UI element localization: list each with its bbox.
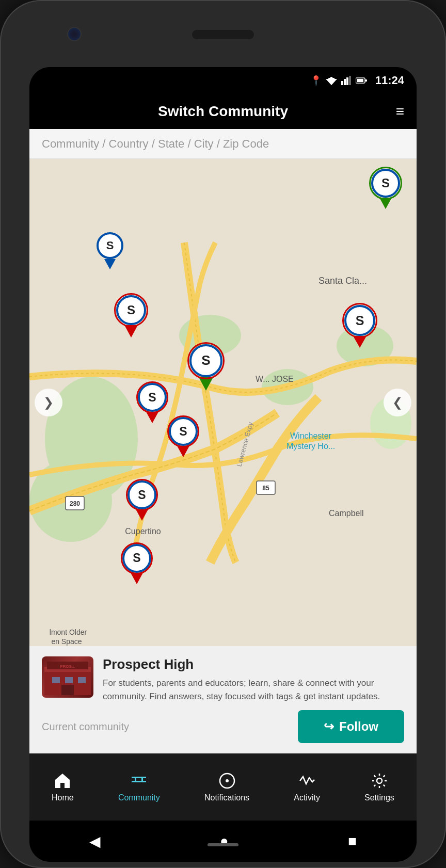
status-time: 11:24 bbox=[375, 74, 404, 87]
svg-text:en Space: en Space bbox=[51, 637, 82, 646]
svg-rect-6 bbox=[349, 76, 351, 85]
location-icon: 📍 bbox=[310, 75, 322, 86]
follow-label: Follow bbox=[339, 719, 378, 734]
community-card-top: PROS... Prospect High For students, pare… bbox=[42, 656, 404, 703]
nav-item-notifications[interactable]: Notifications bbox=[195, 766, 259, 808]
svg-text:85: 85 bbox=[262, 485, 269, 492]
svg-rect-40 bbox=[78, 677, 86, 683]
battery-icon bbox=[356, 77, 367, 84]
app-title: Switch Community bbox=[158, 103, 288, 120]
map-pin-1[interactable]: S bbox=[371, 169, 400, 209]
android-navigation: ◀ ● ■ bbox=[29, 821, 417, 862]
svg-text:Santa Cla...: Santa Cla... bbox=[318, 276, 367, 286]
map-background: Lawrence Expy 280 85 Cupertino Wincheste… bbox=[29, 159, 417, 646]
svg-text:W... JOSE: W... JOSE bbox=[256, 375, 294, 383]
activity-icon bbox=[298, 771, 316, 790]
map-container[interactable]: Lawrence Expy 280 85 Cupertino Wincheste… bbox=[29, 159, 417, 646]
svg-rect-41 bbox=[61, 685, 74, 695]
settings-icon bbox=[370, 771, 389, 790]
current-community-label: Current community bbox=[42, 721, 129, 733]
map-pin-4[interactable]: S bbox=[138, 383, 167, 423]
svg-point-47 bbox=[226, 779, 229, 782]
map-pin-5[interactable]: S bbox=[189, 344, 222, 391]
android-home-button[interactable]: ● bbox=[220, 833, 229, 849]
svg-text:280: 280 bbox=[70, 500, 80, 507]
map-pin-8[interactable]: S bbox=[128, 480, 156, 521]
community-name: Prospect High bbox=[103, 656, 404, 672]
map-pin-6[interactable]: S bbox=[344, 305, 375, 348]
nav-label-home: Home bbox=[52, 793, 74, 802]
svg-rect-39 bbox=[65, 677, 73, 683]
app-header: Switch Community ≡ bbox=[29, 94, 417, 129]
follow-icon: ↪ bbox=[324, 719, 334, 734]
community-thumbnail: PROS... bbox=[42, 656, 93, 698]
svg-rect-45 bbox=[141, 777, 143, 782]
svg-text:Cupertino: Cupertino bbox=[125, 527, 161, 536]
community-card: PROS... Prospect High For students, pare… bbox=[29, 646, 417, 753]
search-placeholder: Community / Country / State / City / Zip… bbox=[42, 137, 269, 151]
status-icons: 📍 11:24 bbox=[310, 74, 404, 87]
phone-speaker bbox=[192, 30, 254, 39]
svg-text:lmont Older: lmont Older bbox=[50, 628, 87, 636]
nav-item-community[interactable]: Community bbox=[109, 766, 169, 808]
follow-button[interactable]: ↪ Follow bbox=[298, 710, 404, 743]
status-bar: 📍 11:24 bbox=[29, 67, 417, 94]
menu-icon[interactable]: ≡ bbox=[396, 103, 404, 120]
home-icon bbox=[53, 771, 72, 790]
community-description: For students, parents and educators; lea… bbox=[103, 677, 404, 703]
community-icon bbox=[130, 771, 148, 790]
nav-item-settings[interactable]: Settings bbox=[355, 766, 404, 808]
map-next-button[interactable]: ❮ bbox=[384, 389, 411, 416]
nav-label-activity: Activity bbox=[294, 793, 320, 802]
nav-item-home[interactable]: Home bbox=[42, 766, 83, 808]
nav-label-community: Community bbox=[118, 793, 160, 802]
search-bar[interactable]: Community / Country / State / City / Zip… bbox=[29, 129, 417, 159]
svg-rect-42 bbox=[132, 777, 146, 778]
signal-icon bbox=[341, 76, 352, 85]
svg-rect-43 bbox=[132, 781, 146, 782]
android-back-button[interactable]: ◀ bbox=[89, 833, 101, 850]
map-pin-7[interactable]: S bbox=[169, 417, 198, 457]
map-pin-3[interactable]: S bbox=[116, 295, 146, 337]
notifications-icon bbox=[218, 771, 236, 790]
phone-device: 📍 11:24 bbox=[0, 0, 446, 868]
map-pin-9[interactable]: S bbox=[122, 544, 151, 584]
android-recent-button[interactable]: ■ bbox=[348, 833, 357, 849]
bottom-navigation: Home Community Notifications bbox=[29, 753, 417, 821]
svg-text:Campbell: Campbell bbox=[329, 509, 364, 518]
svg-rect-4 bbox=[344, 79, 346, 85]
home-indicator bbox=[208, 843, 238, 846]
phone-screen: 📍 11:24 bbox=[29, 67, 417, 862]
chevron-left-icon: ❯ bbox=[43, 395, 54, 410]
svg-text:PROS...: PROS... bbox=[60, 664, 75, 669]
svg-text:Mystery Ho...: Mystery Ho... bbox=[286, 442, 335, 451]
nav-item-activity[interactable]: Activity bbox=[284, 766, 329, 808]
nav-label-settings: Settings bbox=[364, 793, 394, 802]
map-pin-2[interactable]: S bbox=[97, 232, 123, 269]
svg-rect-38 bbox=[52, 677, 60, 683]
community-card-bottom: Current community ↪ Follow bbox=[42, 710, 404, 743]
svg-point-48 bbox=[377, 778, 382, 783]
svg-rect-5 bbox=[346, 77, 348, 85]
nav-label-notifications: Notifications bbox=[204, 793, 249, 802]
svg-rect-3 bbox=[341, 81, 343, 85]
map-prev-button[interactable]: ❯ bbox=[35, 389, 62, 416]
svg-text:Winchester: Winchester bbox=[290, 431, 332, 440]
wifi-icon bbox=[326, 76, 337, 85]
svg-rect-8 bbox=[357, 79, 363, 82]
front-camera bbox=[67, 27, 82, 41]
svg-rect-9 bbox=[365, 79, 367, 82]
chevron-right-icon: ❮ bbox=[392, 395, 403, 410]
community-info: Prospect High For students, parents and … bbox=[103, 656, 404, 703]
svg-rect-44 bbox=[135, 777, 136, 782]
